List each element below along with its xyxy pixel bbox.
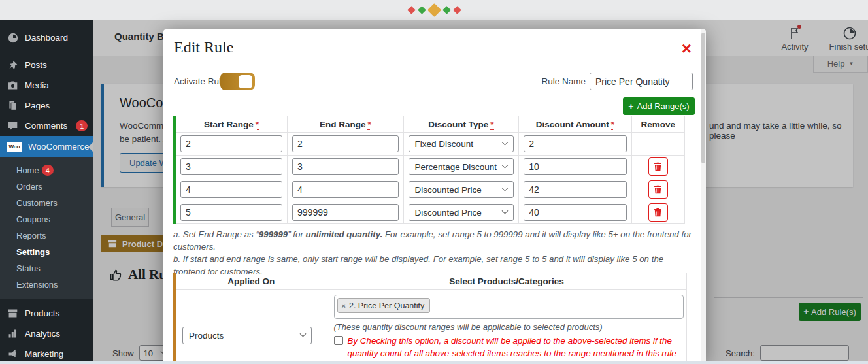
submenu-label: Extensions xyxy=(16,280,58,290)
range-row: Fixed Discount xyxy=(175,133,685,156)
required-asterisk: * xyxy=(256,120,259,130)
required-asterisk: * xyxy=(367,120,371,130)
pages-icon xyxy=(7,99,19,112)
sidebar-item-pages[interactable]: Pages xyxy=(0,95,93,116)
applied-on-select[interactable]: Products xyxy=(182,327,312,344)
rule-name-label: Rule Name xyxy=(529,76,586,86)
scrollbar-thumb[interactable] xyxy=(701,33,705,163)
chevron-down-icon xyxy=(502,207,509,214)
active-item-arrow-icon xyxy=(88,142,93,152)
screen: Quantity Ba Activity Finish setu WooCo W… xyxy=(0,0,868,364)
chevron-down-icon xyxy=(300,331,307,337)
sidebar-item-media[interactable]: Media xyxy=(0,75,93,95)
col-header-remove: Remove xyxy=(631,116,684,133)
submenu-label: Coupons xyxy=(16,214,50,224)
col-header-select-products: Select Products/Categories xyxy=(327,273,686,290)
col-header-discount-type: Discount Type* xyxy=(403,116,519,133)
submenu-item-settings[interactable]: Settings xyxy=(0,244,93,260)
diamond-icon xyxy=(427,3,441,16)
woocommerce-submenu: Home4 Orders Customers Coupons Reports S… xyxy=(0,157,93,299)
sidebar-item-label: Media xyxy=(25,80,49,90)
cumulative-discount-checkbox[interactable] xyxy=(334,336,343,345)
modal-scrollbar[interactable] xyxy=(701,29,706,364)
discount-amount-input[interactable] xyxy=(524,135,627,152)
diamond-icon xyxy=(453,6,461,14)
chevron-down-icon xyxy=(502,184,509,191)
top-strip xyxy=(0,0,868,20)
submenu-label: Status xyxy=(16,263,41,273)
camera-icon xyxy=(7,79,19,91)
diamond-icon xyxy=(418,6,426,14)
start-range-input[interactable] xyxy=(180,204,282,221)
required-asterisk: * xyxy=(611,120,614,130)
submenu-item-reports[interactable]: Reports xyxy=(0,227,93,244)
range-row: Percentage Discount xyxy=(175,156,685,178)
submenu-item-orders[interactable]: Orders xyxy=(0,178,93,195)
remove-row-button[interactable] xyxy=(648,203,668,222)
sidebar-item-label: Products xyxy=(25,308,59,318)
add-range-button[interactable]: + Add Range(s) xyxy=(623,97,695,115)
applied-on-table: Applied On Select Products/Categories Pr… xyxy=(173,273,687,364)
activate-rule-label: Activate Rule xyxy=(174,73,226,90)
edit-rule-modal: Edit Rule × Activate Rule Rule Name + Ad… xyxy=(163,29,706,364)
submenu-label: Settings xyxy=(16,247,50,257)
divider xyxy=(174,67,695,67)
sidebar-item-comments[interactable]: Comments 1 xyxy=(0,116,93,136)
discount-type-select[interactable]: Fixed Discount xyxy=(409,135,514,152)
megaphone-icon xyxy=(7,348,19,360)
start-range-input[interactable] xyxy=(180,135,282,152)
diamond-icon xyxy=(442,6,451,14)
discount-type-select[interactable]: Percentage Discount xyxy=(409,158,514,175)
discount-amount-input[interactable] xyxy=(524,204,627,221)
range-row: Discounted Price xyxy=(175,201,685,224)
cumulative-discount-label: By Checking this option, a discount will… xyxy=(348,335,680,359)
submenu-item-home[interactable]: Home4 xyxy=(0,162,93,178)
activate-rule-toggle[interactable] xyxy=(220,73,255,90)
sidebar-item-products[interactable]: Products xyxy=(0,303,93,323)
remove-row-button[interactable] xyxy=(648,157,668,176)
applied-note: (These quantity discount ranges will be … xyxy=(334,322,680,332)
sidebar-item-woocommerce[interactable]: Woo WooCommerce xyxy=(0,136,93,157)
wp-admin-sidebar: Dashboard Posts Media Pages Comments 1 xyxy=(0,20,93,364)
submenu-label: Home xyxy=(16,165,39,175)
pushpin-icon xyxy=(7,59,19,71)
close-icon[interactable]: × xyxy=(682,40,692,57)
submenu-item-status[interactable]: Status xyxy=(0,260,93,276)
submenu-item-coupons[interactable]: Coupons xyxy=(0,211,93,227)
add-range-label: Add Range(s) xyxy=(637,101,689,111)
home-count-badge: 4 xyxy=(42,165,54,176)
end-range-input[interactable] xyxy=(292,158,399,175)
bar-chart-icon xyxy=(7,327,19,340)
remove-row-button[interactable] xyxy=(648,180,668,199)
chevron-down-icon xyxy=(502,139,509,145)
col-header-applied-on: Applied On xyxy=(175,273,327,290)
chip-remove-icon[interactable]: × xyxy=(342,302,346,310)
range-usage-notes: a. Set End Range as “999999” for unlimit… xyxy=(173,228,693,278)
end-range-input[interactable] xyxy=(292,181,399,198)
start-range-input[interactable] xyxy=(180,158,282,175)
sidebar-item-analytics[interactable]: Analytics xyxy=(0,323,93,344)
sidebar-item-label: Posts xyxy=(25,60,47,70)
submenu-item-extensions[interactable]: Extensions xyxy=(0,276,93,293)
sidebar-item-posts[interactable]: Posts xyxy=(0,55,93,75)
submenu-label: Orders xyxy=(16,182,42,191)
sidebar-item-dashboard[interactable]: Dashboard xyxy=(0,27,93,48)
required-asterisk: * xyxy=(490,120,493,130)
end-range-input[interactable] xyxy=(292,204,399,221)
rule-name-input[interactable] xyxy=(590,73,693,90)
discount-type-select[interactable]: Discounted Price xyxy=(409,181,514,198)
bottom-edge-strip xyxy=(0,361,868,364)
chevron-down-icon xyxy=(502,161,509,168)
submenu-item-customers[interactable]: Customers xyxy=(0,195,93,211)
end-range-input[interactable] xyxy=(292,135,399,152)
selected-product-chip: × 2. Price Per Quantity xyxy=(337,298,431,313)
discount-type-select[interactable]: Discounted Price xyxy=(409,204,514,221)
discount-amount-input[interactable] xyxy=(524,158,627,175)
products-multiselect[interactable]: × 2. Price Per Quantity xyxy=(334,295,684,319)
toggle-knob xyxy=(239,75,252,88)
discount-amount-input[interactable] xyxy=(524,181,627,198)
start-range-input[interactable] xyxy=(180,181,282,198)
comment-bubble-icon xyxy=(7,120,19,132)
col-header-discount-amount: Discount Amount* xyxy=(519,116,632,133)
archive-box-icon xyxy=(7,307,19,320)
